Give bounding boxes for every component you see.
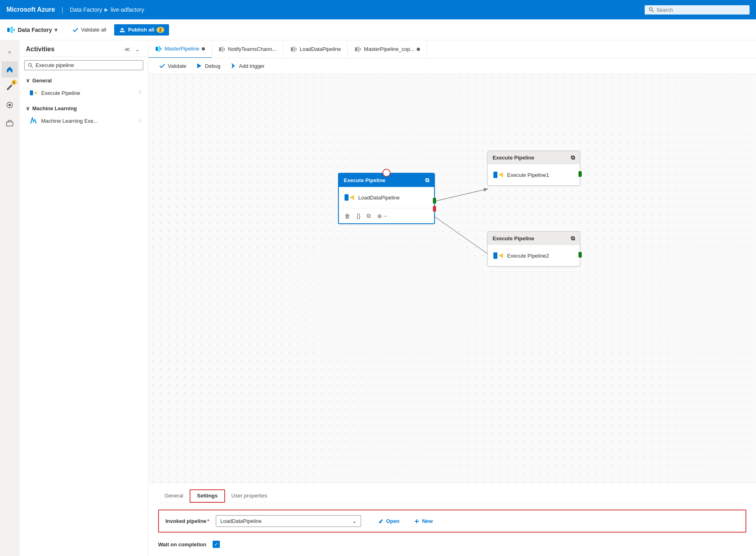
node-open-icon-1[interactable]: ⧉ <box>571 154 575 161</box>
ml-section-header[interactable]: ∨ Machine Learning <box>19 103 148 114</box>
wait-completion-checkbox[interactable]: ✓ <box>213 541 220 548</box>
execute-node-icon <box>344 192 355 203</box>
svg-rect-35 <box>493 252 497 259</box>
pipeline-tab-icon-3 <box>290 46 297 53</box>
main-toolbar: Data Factory ▾ Validate all Publish all … <box>0 19 756 40</box>
data-factory-icon <box>6 25 15 34</box>
general-chevron: ∨ <box>26 78 30 84</box>
svg-marker-36 <box>498 253 503 258</box>
general-section-header[interactable]: ∨ General <box>19 75 148 86</box>
svg-marker-34 <box>498 172 503 177</box>
tab-dirty-indicator <box>202 47 205 50</box>
node-link-btn[interactable]: ⊕→ <box>376 212 388 220</box>
sidebar-icon-expand[interactable]: » <box>2 44 18 60</box>
node-body-label-2: Execute Pipeline2 <box>507 253 549 259</box>
svg-point-10 <box>28 63 31 66</box>
add-trigger-label: Add trigger <box>239 63 265 69</box>
drag-handle-2[interactable]: ⠿ <box>138 118 142 124</box>
bottom-tab-general[interactable]: General <box>158 489 190 503</box>
brand-label: Microsoft Azure <box>6 6 55 13</box>
tab-dirty-indicator-2 <box>417 48 420 51</box>
tab-notify-label: NotifyTeamsChann... <box>228 46 277 52</box>
activities-search-input[interactable] <box>36 62 140 68</box>
search-input[interactable] <box>656 7 746 13</box>
node-success-bar <box>433 198 436 204</box>
ml-chevron: ∨ <box>26 105 30 111</box>
svg-rect-24 <box>355 47 357 51</box>
main-layout: » 2 Activities <box>0 40 756 556</box>
service-label: Data Factory <box>70 6 102 13</box>
open-pipeline-button[interactable]: Open <box>374 516 403 526</box>
node-body-label-1: Execute Pipeline1 <box>507 172 549 178</box>
connection-lines <box>148 74 756 483</box>
bottom-tab-general-label: General <box>165 493 183 499</box>
breadcrumb: Data Factory ▶ live-adfactory <box>70 6 144 13</box>
publish-all-button[interactable]: Publish all 2 <box>114 24 169 36</box>
open-label: Open <box>386 518 399 524</box>
search-icon <box>649 7 654 13</box>
tab-load-data[interactable]: LoadDataPipeline <box>284 40 348 58</box>
validate-all-button[interactable]: Validate all <box>67 24 111 36</box>
invoked-pipeline-dropdown[interactable]: LoadDataPipeline ⌄ <box>216 515 361 527</box>
node-body-2: Execute Pipeline2 <box>488 245 580 266</box>
sidebar-item-toolbox[interactable] <box>2 115 18 131</box>
activities-search-box[interactable] <box>24 60 143 70</box>
svg-point-14 <box>32 120 35 122</box>
pipeline-tab-icon <box>155 45 162 52</box>
debug-label: Debug <box>205 63 220 69</box>
pipeline-canvas[interactable]: Execute Pipeline ⧉ LoadDataPipeline 🗑 { <box>148 74 756 483</box>
pipeline-tab-icon-2 <box>218 46 226 53</box>
node-open-icon-2[interactable]: ⧉ <box>571 235 575 242</box>
node-copy-btn[interactable]: ⧉ <box>366 212 372 220</box>
list-item[interactable]: Execute Pipeline ⠿ <box>19 86 148 100</box>
tab-master-copy[interactable]: MasterPipeline_cop... <box>348 40 427 58</box>
svg-rect-18 <box>219 47 221 51</box>
bottom-tab-user-properties[interactable]: User properties <box>225 489 274 503</box>
sidebar-item-monitor[interactable] <box>2 97 18 113</box>
execute-node-icon-2 <box>493 250 504 261</box>
svg-marker-27 <box>197 63 201 68</box>
new-pipeline-button[interactable]: New <box>410 516 437 526</box>
sidebar-item-home[interactable] <box>2 61 18 78</box>
svg-rect-33 <box>493 172 497 178</box>
bottom-tabs: General Settings User properties <box>158 489 746 503</box>
node-open-icon[interactable]: ⧉ <box>425 177 429 184</box>
execute-pipeline-node-main[interactable]: Execute Pipeline ⧉ LoadDataPipeline 🗑 { <box>338 173 435 224</box>
new-label: New <box>422 518 433 524</box>
node-footer-main: 🗑 {} ⧉ ⊕→ <box>339 208 434 223</box>
tab-master-pipeline[interactable]: MasterPipeline <box>148 40 212 58</box>
svg-rect-22 <box>293 46 295 52</box>
publish-badge: 2 <box>157 27 164 33</box>
node-delete-btn[interactable]: 🗑 <box>344 212 351 220</box>
invoked-pipeline-row: Invoked pipeline* LoadDataPipeline ⌄ Ope… <box>158 510 746 533</box>
node-success-bar-2 <box>578 252 582 258</box>
toolbar-dropdown-icon[interactable]: ▾ <box>54 27 57 33</box>
global-search[interactable] <box>645 5 750 15</box>
execute-pipeline-node-1[interactable]: Execute Pipeline ⧉ Execute Pipeline1 <box>487 151 580 186</box>
bottom-tab-settings[interactable]: Settings <box>190 489 225 503</box>
debug-button[interactable]: Debug <box>192 61 224 71</box>
svg-point-0 <box>649 8 652 10</box>
svg-rect-17 <box>161 48 161 50</box>
node-body-main: LoadDataPipeline <box>339 187 434 208</box>
bottom-content: Invoked pipeline* LoadDataPipeline ⌄ Ope… <box>158 510 746 550</box>
edit-badge: 2 <box>11 80 17 85</box>
tab-master-pipeline-label: MasterPipeline <box>165 46 199 52</box>
validate-button[interactable]: Validate <box>155 61 190 71</box>
add-trigger-button[interactable]: Add trigger <box>226 61 269 71</box>
node-header-label: Execute Pipeline <box>344 177 385 183</box>
node-params-btn[interactable]: {} <box>356 212 361 220</box>
sidebar-item-edit[interactable]: 2 <box>2 79 18 95</box>
activities-collapse-btn[interactable]: ≪ <box>123 45 132 53</box>
list-item[interactable]: Machine Learning Exe... ⠿ <box>19 114 148 128</box>
node-body-1: Execute Pipeline1 <box>488 164 580 185</box>
drag-handle[interactable]: ⠿ <box>138 90 142 96</box>
execute-pipeline-node-2[interactable]: Execute Pipeline ⧉ Execute Pipeline2 <box>487 231 580 266</box>
instance-label: live-adfactory <box>111 6 144 13</box>
debug-icon <box>196 63 203 69</box>
node-header-label-1: Execute Pipeline <box>493 155 534 161</box>
tab-notify-teams[interactable]: NotifyTeamsChann... <box>212 40 284 58</box>
activities-chevron-btn[interactable]: ⌄ <box>134 45 142 53</box>
activities-header: Activities ≪ ⌄ <box>19 40 148 57</box>
execute-pipeline-item: Execute Pipeline <box>29 88 80 97</box>
